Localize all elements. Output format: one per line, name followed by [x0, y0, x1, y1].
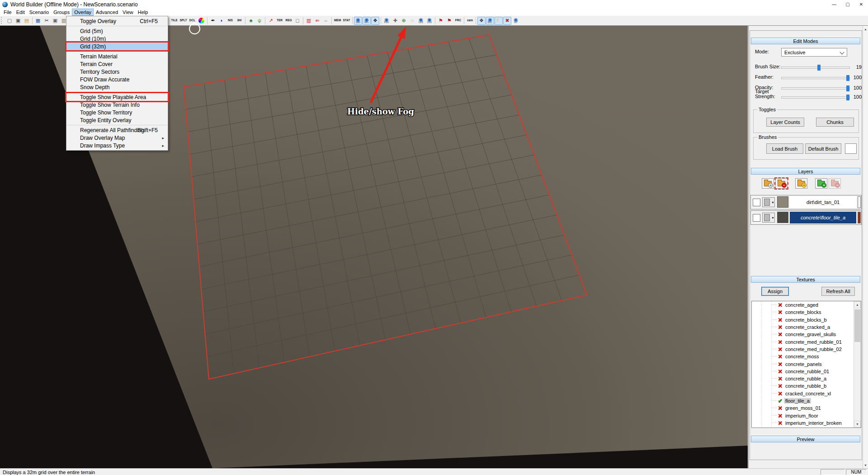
panel-scrollbar[interactable]: ▲ ▼	[863, 26, 868, 468]
scroll-up-icon[interactable]: ▲	[854, 301, 861, 308]
impass-both-icon[interactable]: ⇔	[322, 17, 330, 25]
open-file-icon[interactable]: ▤	[23, 17, 31, 25]
show-fog-icon[interactable]: ◉FOG	[382, 17, 391, 25]
menu-item-grid-5m[interactable]: Grid (5m)	[66, 27, 168, 35]
menu-item-toggle-entity-overlay[interactable]: Toggle Entity Overlay	[66, 116, 168, 124]
menu-item-toggle-show-playable-area[interactable]: Toggle Show Playable Area	[66, 93, 168, 101]
night-mode-icon[interactable]: ☾	[495, 17, 503, 25]
show-links-icon[interactable]: ◌	[408, 17, 416, 25]
texture-item-concrete-moss[interactable]: ✕concrete_moss	[752, 353, 861, 360]
texture-item-concrete-aged[interactable]: ✕concrete_aged	[752, 301, 861, 309]
menu-item-fow-draw-accurate[interactable]: FOW Draw Accurate	[66, 76, 168, 83]
layer-texture-thumbnail[interactable]	[777, 212, 788, 223]
slider-thumb[interactable]	[817, 65, 821, 71]
default-brush-button[interactable]: Default Brush	[805, 143, 841, 154]
texture-item-concrete-panels[interactable]: ✕concrete_panels	[752, 360, 861, 367]
show-world-icon[interactable]: ⊕	[400, 17, 408, 25]
layer-row-concrete-floor-tile-a[interactable]: ▼concrete\floor_tile_a	[750, 210, 862, 225]
save-icon[interactable]: ▦	[34, 17, 42, 25]
menu-item-draw-impass-type[interactable]: Draw Impass Type▸	[66, 142, 168, 149]
texture-item-concrete-rubble-b[interactable]: ✕concrete_rubble_b	[752, 382, 861, 390]
menubar-item-help[interactable]: Help	[136, 9, 151, 16]
scroll-thumb[interactable]	[854, 309, 860, 342]
layer-options-splitbutton[interactable]: ▼	[762, 213, 775, 223]
menu-item-toggle-show-territory[interactable]: Toggle Show Territory	[66, 109, 168, 116]
decal-icon[interactable]: DCL	[188, 17, 197, 25]
merge-layer-button[interactable]: −	[795, 178, 807, 189]
impass-grid-icon[interactable]: ▥	[305, 17, 313, 25]
scroll-down-icon[interactable]: ▼	[854, 421, 861, 428]
menu-item-toggle-overlay[interactable]: Toggle OverlayCtrl+F5	[66, 17, 168, 25]
menu-item-territory-sectors[interactable]: Territory Sectors	[66, 68, 168, 76]
grass-tool-icon[interactable]: ψ	[255, 17, 264, 25]
scroll-up-icon[interactable]: ▲	[863, 26, 868, 32]
territory-icon[interactable]: TER	[275, 17, 284, 25]
texture-item-imperium-floor[interactable]: ✕imperium_floor	[752, 412, 861, 419]
remove-layer-button[interactable]: −	[775, 178, 788, 189]
brush-size-slider[interactable]	[781, 66, 850, 69]
menubar-item-edit[interactable]: Edit	[14, 9, 27, 16]
water-tool-icon[interactable]: ◗	[217, 17, 226, 25]
layer-counts-button[interactable]: Layer Counts	[766, 118, 804, 127]
layer-visibility-checkbox[interactable]	[753, 199, 760, 206]
refresh-all-button[interactable]: Refresh All	[821, 287, 855, 296]
show-interactive-icon[interactable]: ◉INT	[512, 17, 520, 25]
menubar-item-advanced[interactable]: Advanced	[94, 9, 120, 16]
show-decals-icon[interactable]: ◉DCL	[486, 17, 494, 25]
texture-item-concrete-med-rubble-02[interactable]: ✕concrete_med_rubble_02	[752, 346, 861, 353]
marker-tool-icon[interactable]: ↗	[267, 17, 275, 25]
flag-b-icon[interactable]: ⚑	[445, 17, 453, 25]
scroll-down-icon[interactable]: ▼	[863, 462, 868, 468]
flag-a-icon[interactable]: ⚑	[437, 17, 445, 25]
new-file-icon[interactable]: ▢	[5, 17, 14, 25]
copy-icon[interactable]: ▣	[51, 17, 59, 25]
splat-icon[interactable]: SPLT	[179, 17, 188, 25]
menubar-item-scenario[interactable]: Scenario	[27, 9, 51, 16]
selection-icon[interactable]: ◻	[293, 17, 302, 25]
cut-icon[interactable]: ✂	[42, 17, 51, 25]
menu-item-terrain-cover[interactable]: Terrain Cover	[66, 60, 168, 68]
menu-item-grid-32m[interactable]: Grid (32m)	[66, 43, 168, 50]
nis-icon[interactable]: NIS	[226, 17, 235, 25]
target-strength-slider[interactable]	[781, 96, 850, 99]
texture-item-concrete-rubble-01[interactable]: ✕concrete_rubble_01	[752, 368, 861, 375]
new-mission-icon[interactable]: ▣	[14, 17, 22, 25]
feather-slider[interactable]	[781, 77, 850, 79]
show-los-b-icon[interactable]: ◉LOS	[425, 17, 434, 25]
menu-item-regenerate-all-pathfinding[interactable]: Regenerate All PathfindingShift+F5	[66, 126, 168, 134]
show-splats-icon[interactable]: ◉SPL	[363, 17, 371, 25]
show-los-icon[interactable]: ◉LOS	[417, 17, 425, 25]
brush-preview-swatch[interactable]	[845, 143, 857, 154]
tile-icon[interactable]: TILE	[170, 17, 179, 25]
load-brush-button[interactable]: Load Brush	[766, 143, 803, 154]
texture-item-concrete-blocks[interactable]: ✕concrete_blocks	[752, 309, 861, 316]
camera-icon[interactable]: cam	[466, 17, 474, 25]
chunks-button[interactable]: Chunks	[816, 118, 854, 127]
menu-item-draw-overlay-map[interactable]: Draw Overlay Map▸	[66, 134, 168, 142]
memory-stats-icon[interactable]: STAT	[342, 17, 351, 25]
layer-texture-thumbnail[interactable]	[777, 196, 788, 208]
texture-item-concrete-rubble-a[interactable]: ✕concrete_rubble_a	[752, 375, 861, 382]
layer-name[interactable]: dirt\dirt_tan_01	[790, 196, 856, 208]
show-impass-icon[interactable]: ✖	[503, 17, 511, 25]
show-objects-icon[interactable]: ◉OBJ	[354, 17, 362, 25]
menu-item-grid-10m[interactable]: Grid (10m)	[66, 35, 168, 43]
add-layer-button[interactable]: +	[815, 178, 827, 189]
force-icon[interactable]: FRC	[454, 17, 462, 25]
layer-options-splitbutton[interactable]: ▼	[762, 197, 775, 207]
menu-item-toggle-show-terrain-info[interactable]: Toggle Show Terrain Info	[66, 101, 168, 109]
show-shadows-icon[interactable]: ❖	[477, 17, 486, 25]
texture-item-cracked-concrete-xl[interactable]: ✕cracked_concrete_xl	[752, 390, 861, 397]
menubar-item-overlay[interactable]: Overlay	[72, 9, 94, 16]
minimize-button[interactable]: —	[827, 0, 841, 9]
road-tool-icon[interactable]: ✒	[209, 17, 217, 25]
maximize-button[interactable]: ▢	[841, 0, 854, 9]
color-picker-icon[interactable]	[198, 18, 204, 24]
show-tools-icon[interactable]: ✚	[391, 17, 399, 25]
tree-tool-icon[interactable]: ♣	[247, 17, 255, 25]
layer-visibility-checkbox[interactable]	[753, 214, 760, 222]
opacity-slider[interactable]	[781, 87, 850, 90]
texture-item-imperium-interior-broken[interactable]: ✕imperium_interior_broken	[752, 419, 861, 427]
heightmap-icon[interactable]: 3H/	[235, 17, 244, 25]
texture-item-concrete-cracked-a[interactable]: ✕concrete_cracked_a	[752, 323, 861, 331]
